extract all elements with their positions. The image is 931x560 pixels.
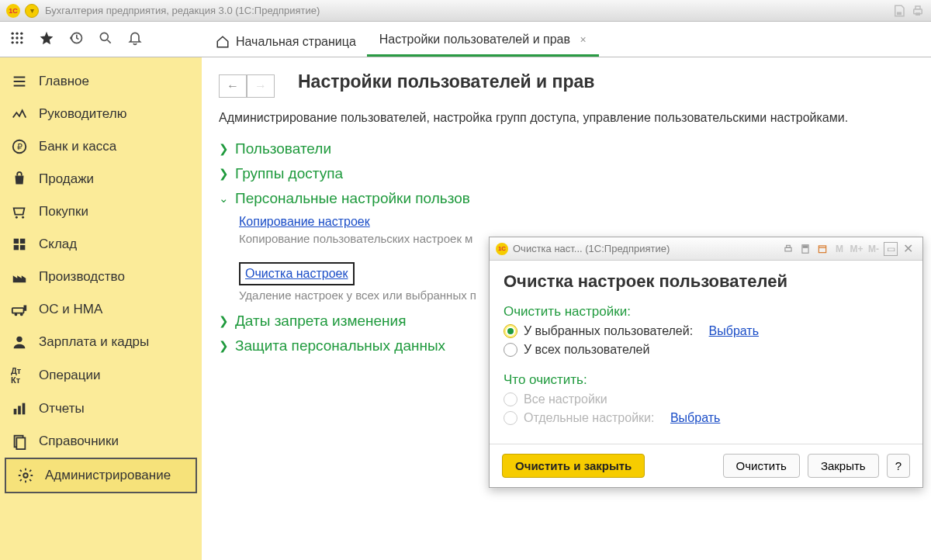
svg-rect-3 (915, 12, 920, 16)
sidebar-item-label: ОС и НМА (39, 302, 102, 317)
svg-rect-26 (24, 306, 27, 311)
sidebar-item-label: Банк и касса (39, 139, 116, 154)
svg-point-4 (12, 33, 14, 35)
sidebar-item-label: Главное (39, 74, 89, 89)
section-label: Защита персональных данных (235, 337, 445, 354)
sidebar-item-operations[interactable]: ДтКт Операции (0, 358, 202, 392)
window-title-bar: 1С ▾ Бухгалтерия предприятия, редакция 3… (0, 0, 931, 22)
sidebar-item-label: Склад (39, 237, 77, 252)
tab-home-label: Начальная страница (236, 35, 356, 49)
svg-rect-32 (16, 437, 25, 449)
sidebar-item-warehouse[interactable]: Склад (0, 228, 202, 261)
svg-rect-28 (14, 409, 17, 414)
svg-point-18 (22, 216, 24, 219)
select-settings-link[interactable]: Выбрать (670, 411, 720, 425)
svg-rect-22 (20, 245, 25, 250)
copy-settings-link[interactable]: Копирование настроек (239, 215, 370, 228)
app-logo-icon: 1С (496, 243, 508, 255)
sidebar-item-label: Производство (39, 269, 125, 285)
save-icon[interactable] (892, 4, 906, 18)
close-tab-icon[interactable]: × (580, 33, 586, 46)
bell-icon[interactable] (127, 30, 143, 48)
dialog-window-title: Очистка наст... (1С:Предприятие) (513, 243, 670, 254)
chevron-right-icon: ❯ (219, 167, 229, 181)
clear-button[interactable]: Очистить (723, 454, 800, 478)
svg-rect-34 (785, 247, 791, 251)
svg-rect-37 (803, 245, 808, 247)
sidebar-item-sales[interactable]: Продажи (0, 163, 202, 195)
help-button[interactable]: ? (887, 454, 910, 478)
nav-forward-button[interactable]: → (247, 74, 275, 98)
clear-settings-link-box: Очистка настроек (239, 262, 355, 285)
tab-user-settings[interactable]: Настройки пользователей и прав × (367, 24, 599, 57)
sidebar-item-administration[interactable]: Администрирование (5, 458, 197, 493)
svg-point-7 (12, 36, 14, 39)
dropdown-icon[interactable]: ▾ (25, 4, 39, 18)
memory-m-icon[interactable]: M (832, 242, 846, 256)
sidebar-item-main[interactable]: Главное (0, 65, 202, 98)
svg-rect-20 (20, 239, 25, 244)
section-groups[interactable]: ❯ Группы доступа (219, 165, 914, 182)
svg-point-27 (16, 337, 22, 342)
sidebar-item-label: Справочники (39, 434, 119, 449)
top-toolbar: Начальная страница Настройки пользовател… (0, 22, 931, 57)
chevron-right-icon: ❯ (219, 339, 229, 353)
svg-point-24 (15, 313, 18, 316)
group-clear-settings-label: Очистить настройки: (504, 304, 909, 320)
favorite-star-icon[interactable] (39, 30, 54, 48)
search-icon[interactable] (98, 30, 113, 48)
close-button[interactable]: Закрыть (808, 454, 879, 478)
sidebar-item-catalogs[interactable]: Справочники (0, 425, 202, 458)
sidebar-item-reports[interactable]: Отчеты (0, 392, 202, 425)
svg-point-6 (20, 33, 22, 35)
svg-rect-30 (22, 403, 26, 415)
chevron-down-icon: ⌄ (219, 192, 229, 206)
clear-and-close-button[interactable]: Очистить и закрыть (502, 454, 645, 478)
history-icon[interactable] (68, 30, 84, 48)
svg-rect-2 (915, 6, 920, 9)
svg-point-14 (100, 33, 108, 40)
calendar-icon[interactable] (815, 242, 829, 256)
print-icon[interactable] (911, 4, 925, 18)
select-users-link[interactable]: Выбрать (709, 324, 759, 338)
page-title: Настройки пользователей и прав (298, 71, 594, 92)
radio-some-settings (504, 411, 517, 425)
app-logo-icon: 1С (6, 4, 20, 18)
clear-settings-dialog: 1С Очистка наст... (1С:Предприятие) M M+… (489, 237, 923, 488)
memory-mminus-icon[interactable]: M- (867, 242, 881, 256)
window-title: Бухгалтерия предприятия, редакция 3.0 (1… (45, 5, 320, 16)
svg-point-5 (16, 33, 18, 35)
svg-point-33 (23, 473, 28, 478)
nav-sidebar: Главное Руководителю ₽ Банк и касса Прод… (0, 57, 202, 560)
sidebar-item-assets[interactable]: ОС и НМА (0, 293, 202, 326)
svg-point-11 (16, 41, 18, 43)
sidebar-item-label: Руководителю (39, 106, 126, 122)
radio-some-settings-label: Отдельные настройки: (524, 411, 654, 425)
apps-grid-icon[interactable] (9, 30, 25, 48)
sidebar-item-bank[interactable]: ₽ Банк и касса (0, 130, 202, 163)
svg-rect-38 (819, 245, 825, 252)
radio-selected-users[interactable] (504, 324, 517, 338)
clear-settings-link[interactable]: Очистка настроек (245, 267, 348, 280)
svg-point-8 (16, 36, 18, 39)
section-users[interactable]: ❯ Пользователи (219, 140, 914, 157)
sidebar-item-purchases[interactable]: Покупки (0, 195, 202, 228)
tab-label: Настройки пользователей и прав (379, 33, 570, 46)
calculator-icon[interactable] (798, 242, 812, 256)
tab-home[interactable]: Начальная страница (206, 27, 367, 57)
sidebar-item-hr[interactable]: Зарплата и кадры (0, 326, 202, 358)
sidebar-item-label: Продажи (39, 171, 94, 187)
sidebar-item-production[interactable]: Производство (0, 261, 202, 293)
radio-all-users[interactable] (504, 343, 517, 357)
sidebar-item-manager[interactable]: Руководителю (0, 98, 202, 130)
radio-all-settings (504, 392, 517, 406)
print-icon[interactable] (781, 242, 795, 256)
nav-back-button[interactable]: ← (219, 74, 247, 98)
chevron-right-icon: ❯ (219, 314, 229, 328)
dtkt-icon: ДтКт (11, 366, 28, 385)
close-icon[interactable]: ✕ (901, 242, 915, 256)
radio-all-settings-label: Все настройки (524, 392, 607, 406)
minimize-icon[interactable]: ▭ (884, 242, 898, 256)
section-personal[interactable]: ⌄ Персональные настройки пользов (219, 190, 914, 207)
memory-mplus-icon[interactable]: M+ (850, 242, 864, 256)
